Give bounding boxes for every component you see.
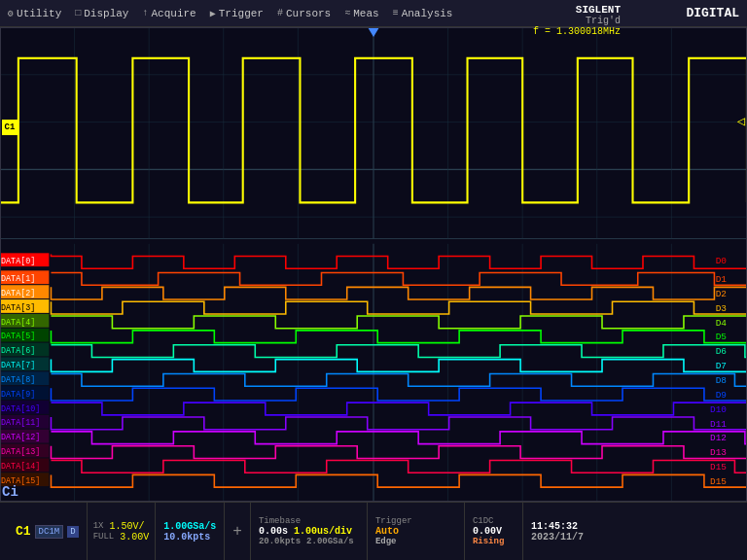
trigger-type: Edge [375, 537, 456, 546]
c1-volt-div: 1.50V/ [109, 521, 144, 532]
record-length: 10.0kpts [163, 532, 216, 542]
c1-full-label: FULL [93, 532, 115, 542]
meas-icon: ≈ [344, 8, 350, 18]
timebase-div: 1.00us/div [294, 526, 352, 537]
trigger-volt: 0.00V [473, 526, 515, 537]
brand-block: SIGLENT Trig'd f = 1.300018MHz [533, 4, 621, 37]
svg-text:D1: D1 [716, 274, 728, 285]
svg-text:DATA[4]: DATA[4] [1, 317, 35, 327]
trigger-volt-section: C1DC 0.00V Rising [465, 503, 523, 560]
svg-text:DATA[8]: DATA[8] [1, 375, 35, 385]
status-bar: C1 DC1M D 1X 1.50V/ FULL 3.00V 1.00GSa/s… [0, 502, 747, 560]
menu-analysis[interactable]: ≡ Analysis [393, 8, 453, 19]
svg-text:D5: D5 [716, 332, 728, 342]
c1-volt2: 3.00V [120, 532, 149, 542]
svg-text:DATA[3]: DATA[3] [1, 303, 35, 313]
svg-text:D11: D11 [710, 419, 727, 430]
svg-text:D10: D10 [710, 404, 727, 415]
ci-label: Ci [2, 484, 18, 500]
trigger-mode: Auto [375, 526, 399, 537]
menu-meas[interactable]: ≈ Meas [344, 8, 378, 19]
svg-text:D0: D0 [716, 256, 728, 266]
svg-text:D2: D2 [716, 289, 728, 299]
timebase-offset: 0.00s [259, 526, 288, 537]
svg-text:DATA[7]: DATA[7] [1, 361, 35, 370]
svg-text:DATA[1]: DATA[1] [1, 274, 35, 284]
trigger-label: Trigger [375, 516, 456, 526]
c1dc-label: C1DC [473, 516, 515, 526]
trigger-state: Trig'd [533, 16, 621, 26]
menu-acquire[interactable]: ↑ Acquire [142, 8, 196, 19]
c1-1x-label: 1X [93, 521, 104, 531]
svg-text:DATA[13]: DATA[13] [1, 447, 40, 457]
sample-rate: 1.00GSa/s [163, 521, 216, 532]
svg-text:DATA[12]: DATA[12] [1, 433, 40, 442]
sample-section: 1.00GSa/s 10.0kpts [156, 503, 225, 560]
time-display: 11:45:32 [531, 521, 584, 532]
menu-utility[interactable]: ⚙ Utility [8, 8, 61, 19]
svg-text:D6: D6 [716, 346, 728, 357]
display-icon: □ [75, 8, 81, 18]
plus-icon: + [225, 503, 251, 560]
timebase-rate2: 2.00GSa/s [306, 537, 354, 546]
trigger-level-marker: ◁ [737, 113, 745, 129]
svg-text:D15: D15 [710, 476, 727, 487]
trigger-arrow [368, 27, 379, 37]
trigger-slope: Rising [473, 537, 515, 546]
c1-section: C1 DC1M D [8, 503, 88, 560]
svg-text:D12: D12 [710, 433, 727, 443]
svg-text:DATA[6]: DATA[6] [1, 346, 35, 356]
timebase-pts: 20.0kpts [259, 537, 301, 546]
svg-text:D15: D15 [710, 462, 727, 472]
waveform-display: DATA[0] DATA[1] DATA[2] DATA[3] DATA[4] … [0, 27, 747, 502]
svg-text:DATA[11]: DATA[11] [1, 418, 40, 428]
timebase-label: Timebase [259, 516, 359, 526]
svg-text:DATA[14]: DATA[14] [1, 462, 40, 472]
svg-text:D8: D8 [716, 375, 728, 386]
svg-text:DATA[9]: DATA[9] [1, 390, 35, 400]
svg-text:D9: D9 [716, 390, 728, 401]
menu-display[interactable]: □ Display [75, 8, 128, 19]
ch1-marker: C1 [2, 120, 18, 135]
timebase-section: Timebase 0.00s 1.00us/div 20.0kpts 2.00G… [251, 503, 368, 560]
svg-text:DATA[10]: DATA[10] [1, 404, 40, 414]
date-display: 2023/11/7 [531, 532, 584, 542]
volt-section: 1X 1.50V/ FULL 3.00V [88, 503, 157, 560]
svg-text:DATA[0]: DATA[0] [1, 257, 35, 266]
frequency-display: f = 1.300018MHz [533, 26, 621, 37]
svg-text:DATA[5]: DATA[5] [1, 332, 35, 341]
svg-text:D3: D3 [716, 303, 728, 314]
utility-icon: ⚙ [8, 8, 14, 19]
menu-bar: ⚙ Utility □ Display ↑ Acquire ▶ Trigger … [0, 0, 747, 27]
trigger-icon: ▶ [210, 8, 216, 19]
c1-bw: D [67, 526, 78, 538]
acquire-icon: ↑ [142, 8, 148, 18]
analysis-icon: ≡ [393, 8, 399, 18]
c1-label: C1 [16, 524, 31, 539]
svg-text:D13: D13 [710, 447, 727, 458]
mode-label: DIGITAL [686, 6, 739, 20]
cursors-icon: # [277, 8, 283, 18]
scope-area: C1 ◁ [0, 27, 747, 502]
menu-trigger[interactable]: ▶ Trigger [210, 8, 264, 19]
c1-coupling: DC1M [35, 525, 64, 539]
svg-text:D7: D7 [716, 361, 727, 371]
svg-text:DATA[2]: DATA[2] [1, 289, 35, 298]
time-section: 11:45:32 2023/11/7 [523, 503, 591, 560]
svg-text:D4: D4 [716, 318, 728, 329]
trigger-section: Trigger Auto Edge [368, 503, 465, 560]
brand-name: SIGLENT [533, 4, 621, 16]
menu-cursors[interactable]: # Cursors [277, 8, 331, 19]
